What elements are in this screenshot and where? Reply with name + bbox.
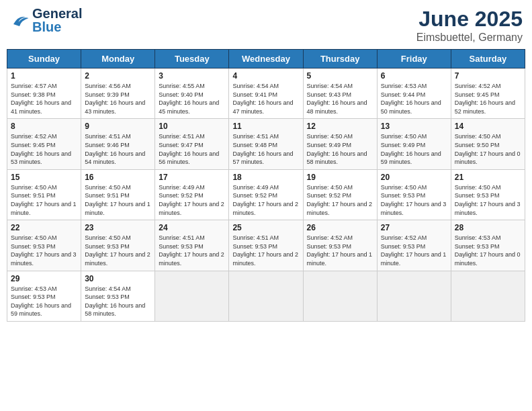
table-row: 30 Sunrise: 4:54 AM Sunset: 9:53 PM Dayl… xyxy=(81,271,155,321)
table-row: 20 Sunrise: 4:50 AM Sunset: 9:53 PM Dayl… xyxy=(377,169,451,220)
day-number: 24 xyxy=(159,223,225,232)
day-number: 11 xyxy=(232,122,299,131)
day-info: Sunrise: 4:52 AM Sunset: 9:53 PM Dayligh… xyxy=(307,234,373,267)
day-info: Sunrise: 4:55 AM Sunset: 9:40 PM Dayligh… xyxy=(159,82,225,116)
day-number: 4 xyxy=(232,71,299,81)
table-row: 19 Sunrise: 4:50 AM Sunset: 9:52 PM Dayl… xyxy=(303,169,377,220)
table-row: 1 Sunrise: 4:57 AM Sunset: 9:38 PM Dayli… xyxy=(7,68,81,119)
day-number: 21 xyxy=(455,173,521,182)
table-row: 14 Sunrise: 4:50 AM Sunset: 9:50 PM Dayl… xyxy=(451,119,525,169)
day-info: Sunrise: 4:50 AM Sunset: 9:52 PM Dayligh… xyxy=(307,183,373,217)
day-info: Sunrise: 4:56 AM Sunset: 9:39 PM Dayligh… xyxy=(85,82,151,116)
calendar-week-row: 1 Sunrise: 4:57 AM Sunset: 9:38 PM Dayli… xyxy=(7,68,525,119)
title-block: June 2025 Eimsbuettel, Germany xyxy=(416,7,523,44)
table-row: 8 Sunrise: 4:52 AM Sunset: 9:45 PM Dayli… xyxy=(7,119,81,169)
day-number: 6 xyxy=(381,71,447,81)
logo-general: General xyxy=(32,7,82,20)
table-row: 27 Sunrise: 4:52 AM Sunset: 9:53 PM Dayl… xyxy=(377,220,451,271)
header-wednesday: Wednesday xyxy=(229,50,303,68)
table-row: 7 Sunrise: 4:52 AM Sunset: 9:45 PM Dayli… xyxy=(451,68,525,119)
day-number: 28 xyxy=(455,223,521,232)
day-number: 5 xyxy=(307,71,373,81)
day-number: 13 xyxy=(381,122,447,131)
calendar-week-row: 8 Sunrise: 4:52 AM Sunset: 9:45 PM Dayli… xyxy=(7,119,525,169)
day-number: 15 xyxy=(11,173,77,182)
day-number: 30 xyxy=(85,274,151,283)
day-number: 23 xyxy=(85,223,151,232)
table-row: 2 Sunrise: 4:56 AM Sunset: 9:39 PM Dayli… xyxy=(81,68,155,119)
table-row xyxy=(229,271,303,321)
table-row: 9 Sunrise: 4:51 AM Sunset: 9:46 PM Dayli… xyxy=(81,119,155,169)
calendar-week-row: 22 Sunrise: 4:50 AM Sunset: 9:53 PM Dayl… xyxy=(7,220,525,271)
table-row: 11 Sunrise: 4:51 AM Sunset: 9:48 PM Dayl… xyxy=(229,119,303,169)
day-number: 2 xyxy=(85,71,151,81)
table-row: 3 Sunrise: 4:55 AM Sunset: 9:40 PM Dayli… xyxy=(155,68,229,119)
day-info: Sunrise: 4:57 AM Sunset: 9:38 PM Dayligh… xyxy=(11,82,77,116)
table-row: 16 Sunrise: 4:50 AM Sunset: 9:51 PM Dayl… xyxy=(81,169,155,220)
day-info: Sunrise: 4:51 AM Sunset: 9:46 PM Dayligh… xyxy=(85,132,151,166)
logo-icon xyxy=(9,10,30,30)
table-row: 6 Sunrise: 4:53 AM Sunset: 9:44 PM Dayli… xyxy=(377,68,451,119)
table-row: 15 Sunrise: 4:50 AM Sunset: 9:51 PM Dayl… xyxy=(7,169,81,220)
day-number: 29 xyxy=(11,274,77,283)
day-number: 17 xyxy=(159,173,225,182)
table-row: 26 Sunrise: 4:52 AM Sunset: 9:53 PM Dayl… xyxy=(303,220,377,271)
table-row: 24 Sunrise: 4:51 AM Sunset: 9:53 PM Dayl… xyxy=(155,220,229,271)
day-info: Sunrise: 4:50 AM Sunset: 9:51 PM Dayligh… xyxy=(11,183,77,217)
day-info: Sunrise: 4:49 AM Sunset: 9:52 PM Dayligh… xyxy=(232,183,299,217)
table-row xyxy=(303,271,377,321)
table-row xyxy=(377,271,451,321)
calendar-title: June 2025 xyxy=(416,7,523,32)
table-row: 21 Sunrise: 4:50 AM Sunset: 9:53 PM Dayl… xyxy=(451,169,525,220)
table-row: 12 Sunrise: 4:50 AM Sunset: 9:49 PM Dayl… xyxy=(303,119,377,169)
day-number: 25 xyxy=(232,223,299,232)
table-row: 25 Sunrise: 4:51 AM Sunset: 9:53 PM Dayl… xyxy=(229,220,303,271)
day-info: Sunrise: 4:50 AM Sunset: 9:53 PM Dayligh… xyxy=(381,183,447,217)
header-sunday: Sunday xyxy=(7,50,81,68)
day-number: 8 xyxy=(11,122,77,131)
day-info: Sunrise: 4:51 AM Sunset: 9:48 PM Dayligh… xyxy=(232,132,299,166)
logo: General Blue xyxy=(9,7,82,34)
day-number: 27 xyxy=(381,223,447,232)
table-row: 13 Sunrise: 4:50 AM Sunset: 9:49 PM Dayl… xyxy=(377,119,451,169)
table-row xyxy=(451,271,525,321)
table-row: 29 Sunrise: 4:53 AM Sunset: 9:53 PM Dayl… xyxy=(7,271,81,321)
day-info: Sunrise: 4:52 AM Sunset: 9:53 PM Dayligh… xyxy=(381,234,447,267)
day-number: 18 xyxy=(232,173,299,182)
day-info: Sunrise: 4:54 AM Sunset: 9:53 PM Dayligh… xyxy=(85,285,151,318)
day-info: Sunrise: 4:50 AM Sunset: 9:53 PM Dayligh… xyxy=(85,234,151,267)
day-info: Sunrise: 4:54 AM Sunset: 9:41 PM Dayligh… xyxy=(232,82,299,116)
header-thursday: Thursday xyxy=(303,50,377,68)
day-info: Sunrise: 4:50 AM Sunset: 9:50 PM Dayligh… xyxy=(455,132,521,166)
table-row: 28 Sunrise: 4:53 AM Sunset: 9:53 PM Dayl… xyxy=(451,220,525,271)
day-number: 1 xyxy=(11,71,77,81)
day-number: 26 xyxy=(307,223,373,232)
header-monday: Monday xyxy=(81,50,155,68)
day-info: Sunrise: 4:51 AM Sunset: 9:53 PM Dayligh… xyxy=(232,234,299,267)
day-number: 3 xyxy=(159,71,225,81)
day-info: Sunrise: 4:49 AM Sunset: 9:52 PM Dayligh… xyxy=(159,183,225,217)
header-saturday: Saturday xyxy=(451,50,525,68)
table-row: 4 Sunrise: 4:54 AM Sunset: 9:41 PM Dayli… xyxy=(229,68,303,119)
day-info: Sunrise: 4:53 AM Sunset: 9:53 PM Dayligh… xyxy=(455,234,521,267)
table-row: 10 Sunrise: 4:51 AM Sunset: 9:47 PM Dayl… xyxy=(155,119,229,169)
day-info: Sunrise: 4:50 AM Sunset: 9:51 PM Dayligh… xyxy=(85,183,151,217)
table-row: 18 Sunrise: 4:49 AM Sunset: 9:52 PM Dayl… xyxy=(229,169,303,220)
day-number: 19 xyxy=(307,173,373,182)
day-info: Sunrise: 4:50 AM Sunset: 9:49 PM Dayligh… xyxy=(307,132,373,166)
day-number: 22 xyxy=(11,223,77,232)
weekday-header-row: Sunday Monday Tuesday Wednesday Thursday… xyxy=(7,50,525,68)
table-row: 5 Sunrise: 4:54 AM Sunset: 9:43 PM Dayli… xyxy=(303,68,377,119)
day-info: Sunrise: 4:53 AM Sunset: 9:44 PM Dayligh… xyxy=(381,82,447,116)
day-number: 12 xyxy=(307,122,373,131)
day-info: Sunrise: 4:51 AM Sunset: 9:47 PM Dayligh… xyxy=(159,132,225,166)
day-info: Sunrise: 4:52 AM Sunset: 9:45 PM Dayligh… xyxy=(455,82,521,116)
calendar-subtitle: Eimsbuettel, Germany xyxy=(416,32,523,44)
day-number: 9 xyxy=(85,122,151,131)
header-friday: Friday xyxy=(377,50,451,68)
day-number: 14 xyxy=(455,122,521,131)
page-header: General Blue June 2025 Eimsbuettel, Germ… xyxy=(7,7,525,44)
table-row: 23 Sunrise: 4:50 AM Sunset: 9:53 PM Dayl… xyxy=(81,220,155,271)
table-row: 22 Sunrise: 4:50 AM Sunset: 9:53 PM Dayl… xyxy=(7,220,81,271)
day-info: Sunrise: 4:50 AM Sunset: 9:53 PM Dayligh… xyxy=(455,183,521,217)
